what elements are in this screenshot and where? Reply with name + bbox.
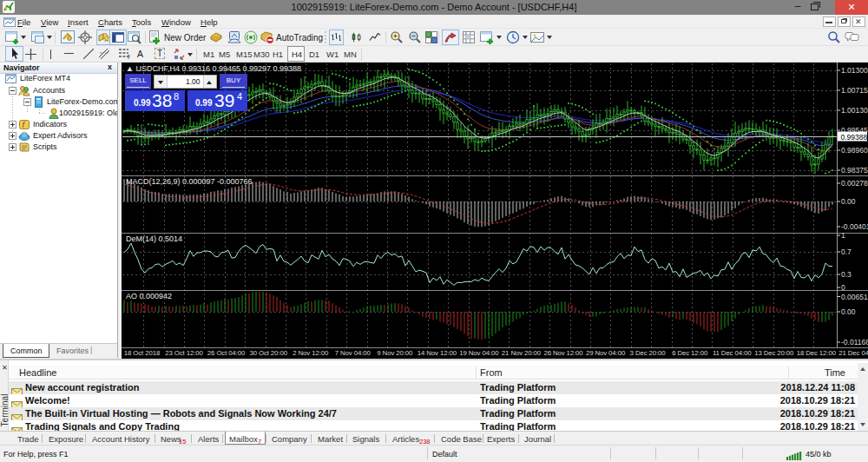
svg-text:14 Nov 12:00: 14 Nov 12:00 xyxy=(418,349,457,357)
svg-text:DeM(14) 0.5014: DeM(14) 0.5014 xyxy=(126,234,182,243)
svg-text:MACD(12,26,9) 0.000097 -0.0007: MACD(12,26,9) 0.000097 -0.000766 xyxy=(126,177,253,186)
svg-text:AO 0.000942: AO 0.000942 xyxy=(126,292,172,300)
svg-text:0.002782: 0.002782 xyxy=(841,179,868,188)
svg-text:1.01300: 1.01300 xyxy=(841,66,868,75)
svg-text:29 Nov 04:00: 29 Nov 04:00 xyxy=(586,349,626,357)
svg-text:6 Dec 12:00: 6 Dec 12:00 xyxy=(672,349,708,357)
svg-text:0.7: 0.7 xyxy=(841,248,852,256)
svg-text:9 Nov 20:00: 9 Nov 20:00 xyxy=(377,349,413,357)
svg-text:0.3: 0.3 xyxy=(841,270,852,279)
svg-text:2 Nov 12:00: 2 Nov 12:00 xyxy=(293,349,329,357)
svg-text:3 Dec 20:00: 3 Dec 20:00 xyxy=(630,349,667,357)
svg-text:23 Oct 12:00: 23 Oct 12:00 xyxy=(165,349,203,357)
svg-text:▲ USDCHF,H4 0.99316 0.99465 0: ▲ USDCHF,H4 0.99316 0.99465 0.99297 0.99… xyxy=(126,64,301,73)
svg-text:26 Oct 04:00: 26 Oct 04:00 xyxy=(207,349,246,357)
svg-text:1: 1 xyxy=(841,231,845,240)
svg-text:-0.00401: -0.00401 xyxy=(841,222,868,231)
svg-text:13 Dec 20:00: 13 Dec 20:00 xyxy=(754,349,794,357)
svg-text:0: 0 xyxy=(841,283,845,292)
svg-text:30 Oct 20:00: 30 Oct 20:00 xyxy=(249,349,287,357)
svg-text:18 Dec 12:00: 18 Dec 12:00 xyxy=(797,349,837,357)
svg-text:18 Oct 2018: 18 Oct 2018 xyxy=(124,349,160,357)
svg-text:7 Nov 04:00: 7 Nov 04:00 xyxy=(335,349,372,357)
svg-text:0.98960: 0.98960 xyxy=(841,146,868,155)
svg-text:26 Nov 12:00: 26 Nov 12:00 xyxy=(543,349,583,357)
svg-text:19 Nov 04:00: 19 Nov 04:00 xyxy=(459,349,499,357)
svg-text:0.98375: 0.98375 xyxy=(841,166,868,175)
svg-text:0.00: 0.00 xyxy=(841,307,856,316)
svg-text:21 Dec 04:00: 21 Dec 04:00 xyxy=(838,349,868,357)
svg-text:0.99388: 0.99388 xyxy=(841,133,868,142)
svg-text:F: F xyxy=(128,54,130,59)
svg-text:11 Dec 04:00: 11 Dec 04:00 xyxy=(713,349,752,357)
svg-text:0.006515: 0.006515 xyxy=(841,293,868,301)
svg-text:1.00715: 1.00715 xyxy=(841,86,868,95)
svg-text:0.00: 0.00 xyxy=(841,197,856,206)
svg-text:1.00130: 1.00130 xyxy=(841,106,868,115)
svg-text:-0.011684: -0.011684 xyxy=(841,338,868,346)
svg-text:21 Nov 20:00: 21 Nov 20:00 xyxy=(502,349,542,357)
